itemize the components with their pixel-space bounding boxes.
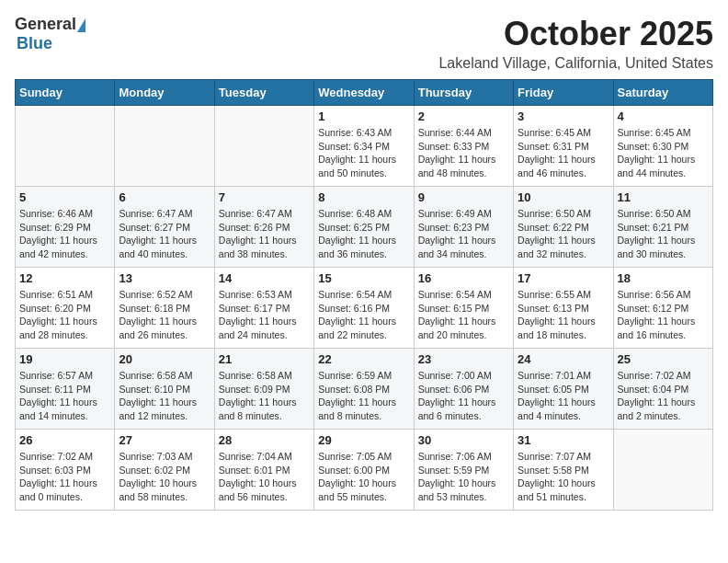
logo-blue: Blue bbox=[17, 34, 52, 53]
calendar-week-2: 5Sunrise: 6:46 AM Sunset: 6:29 PM Daylig… bbox=[16, 187, 713, 268]
calendar-cell bbox=[214, 106, 313, 187]
day-number: 17 bbox=[518, 271, 609, 285]
day-info: Sunrise: 6:54 AM Sunset: 6:15 PM Dayligh… bbox=[418, 288, 509, 342]
weekday-header-wednesday: Wednesday bbox=[314, 80, 414, 106]
calendar-cell bbox=[613, 430, 712, 511]
month-title: October 2025 bbox=[438, 15, 713, 53]
day-info: Sunrise: 6:57 AM Sunset: 6:11 PM Dayligh… bbox=[19, 369, 110, 423]
day-info: Sunrise: 6:58 AM Sunset: 6:09 PM Dayligh… bbox=[219, 369, 310, 423]
day-info: Sunrise: 6:47 AM Sunset: 6:26 PM Dayligh… bbox=[219, 207, 310, 261]
day-info: Sunrise: 6:43 AM Sunset: 6:34 PM Dayligh… bbox=[318, 126, 409, 180]
calendar-cell: 9Sunrise: 6:49 AM Sunset: 6:23 PM Daylig… bbox=[414, 187, 513, 268]
day-number: 13 bbox=[119, 271, 210, 285]
day-number: 6 bbox=[119, 190, 210, 204]
calendar-cell: 15Sunrise: 6:54 AM Sunset: 6:16 PM Dayli… bbox=[314, 268, 414, 349]
calendar-cell: 16Sunrise: 6:54 AM Sunset: 6:15 PM Dayli… bbox=[414, 268, 513, 349]
calendar-cell: 28Sunrise: 7:04 AM Sunset: 6:01 PM Dayli… bbox=[214, 430, 313, 511]
day-info: Sunrise: 6:44 AM Sunset: 6:33 PM Dayligh… bbox=[418, 126, 509, 180]
day-number: 5 bbox=[19, 190, 110, 204]
day-info: Sunrise: 6:48 AM Sunset: 6:25 PM Dayligh… bbox=[318, 207, 409, 261]
calendar-cell: 23Sunrise: 7:00 AM Sunset: 6:06 PM Dayli… bbox=[414, 349, 513, 430]
day-info: Sunrise: 6:45 AM Sunset: 6:31 PM Dayligh… bbox=[518, 126, 609, 180]
day-number: 12 bbox=[19, 271, 110, 285]
calendar-cell: 5Sunrise: 6:46 AM Sunset: 6:29 PM Daylig… bbox=[16, 187, 115, 268]
day-info: Sunrise: 6:53 AM Sunset: 6:17 PM Dayligh… bbox=[219, 288, 310, 342]
calendar-cell: 25Sunrise: 7:02 AM Sunset: 6:04 PM Dayli… bbox=[613, 349, 712, 430]
calendar-cell bbox=[115, 106, 214, 187]
day-info: Sunrise: 7:05 AM Sunset: 6:00 PM Dayligh… bbox=[318, 450, 409, 504]
calendar-week-1: 1Sunrise: 6:43 AM Sunset: 6:34 PM Daylig… bbox=[16, 106, 713, 187]
day-number: 18 bbox=[618, 271, 709, 285]
calendar-cell: 2Sunrise: 6:44 AM Sunset: 6:33 PM Daylig… bbox=[414, 106, 513, 187]
calendar-cell: 18Sunrise: 6:56 AM Sunset: 6:12 PM Dayli… bbox=[613, 268, 712, 349]
calendar-cell: 7Sunrise: 6:47 AM Sunset: 6:26 PM Daylig… bbox=[214, 187, 313, 268]
day-info: Sunrise: 7:03 AM Sunset: 6:02 PM Dayligh… bbox=[119, 450, 210, 504]
day-info: Sunrise: 7:02 AM Sunset: 6:04 PM Dayligh… bbox=[618, 369, 709, 423]
logo-general: General bbox=[15, 15, 86, 34]
calendar-cell: 14Sunrise: 6:53 AM Sunset: 6:17 PM Dayli… bbox=[214, 268, 313, 349]
calendar-cell: 3Sunrise: 6:45 AM Sunset: 6:31 PM Daylig… bbox=[514, 106, 613, 187]
weekday-header-friday: Friday bbox=[514, 80, 613, 106]
calendar-cell: 10Sunrise: 6:50 AM Sunset: 6:22 PM Dayli… bbox=[514, 187, 613, 268]
day-number: 10 bbox=[518, 190, 609, 204]
calendar-cell: 11Sunrise: 6:50 AM Sunset: 6:21 PM Dayli… bbox=[613, 187, 712, 268]
day-number: 20 bbox=[119, 352, 210, 366]
calendar-cell: 13Sunrise: 6:52 AM Sunset: 6:18 PM Dayli… bbox=[115, 268, 214, 349]
weekday-header-monday: Monday bbox=[115, 80, 214, 106]
calendar-cell: 1Sunrise: 6:43 AM Sunset: 6:34 PM Daylig… bbox=[314, 106, 414, 187]
day-info: Sunrise: 6:58 AM Sunset: 6:10 PM Dayligh… bbox=[119, 369, 210, 423]
weekday-header-thursday: Thursday bbox=[414, 80, 513, 106]
day-number: 19 bbox=[19, 352, 110, 366]
day-number: 9 bbox=[418, 190, 509, 204]
calendar-table: SundayMondayTuesdayWednesdayThursdayFrid… bbox=[15, 79, 713, 511]
calendar-week-3: 12Sunrise: 6:51 AM Sunset: 6:20 PM Dayli… bbox=[16, 268, 713, 349]
calendar-cell: 12Sunrise: 6:51 AM Sunset: 6:20 PM Dayli… bbox=[16, 268, 115, 349]
day-info: Sunrise: 6:47 AM Sunset: 6:27 PM Dayligh… bbox=[119, 207, 210, 261]
day-number: 25 bbox=[618, 352, 709, 366]
day-number: 4 bbox=[618, 109, 709, 123]
calendar-cell: 29Sunrise: 7:05 AM Sunset: 6:00 PM Dayli… bbox=[314, 430, 414, 511]
day-number: 2 bbox=[418, 109, 509, 123]
calendar-cell: 24Sunrise: 7:01 AM Sunset: 6:05 PM Dayli… bbox=[514, 349, 613, 430]
day-number: 8 bbox=[318, 190, 409, 204]
weekday-row: SundayMondayTuesdayWednesdayThursdayFrid… bbox=[16, 80, 713, 106]
day-number: 28 bbox=[219, 433, 310, 447]
day-number: 31 bbox=[518, 433, 609, 447]
day-info: Sunrise: 6:51 AM Sunset: 6:20 PM Dayligh… bbox=[19, 288, 110, 342]
day-info: Sunrise: 6:49 AM Sunset: 6:23 PM Dayligh… bbox=[418, 207, 509, 261]
day-info: Sunrise: 6:50 AM Sunset: 6:22 PM Dayligh… bbox=[518, 207, 609, 261]
day-info: Sunrise: 7:02 AM Sunset: 6:03 PM Dayligh… bbox=[19, 450, 110, 504]
page-header: General Blue October 2025 Lakeland Villa… bbox=[15, 15, 713, 72]
day-number: 30 bbox=[418, 433, 509, 447]
day-info: Sunrise: 6:56 AM Sunset: 6:12 PM Dayligh… bbox=[618, 288, 709, 342]
day-number: 1 bbox=[318, 109, 409, 123]
day-number: 22 bbox=[318, 352, 409, 366]
day-info: Sunrise: 6:55 AM Sunset: 6:13 PM Dayligh… bbox=[518, 288, 609, 342]
day-info: Sunrise: 6:52 AM Sunset: 6:18 PM Dayligh… bbox=[119, 288, 210, 342]
location-title: Lakeland Village, California, United Sta… bbox=[438, 55, 713, 72]
calendar-cell: 8Sunrise: 6:48 AM Sunset: 6:25 PM Daylig… bbox=[314, 187, 414, 268]
calendar-cell bbox=[16, 106, 115, 187]
calendar-cell: 30Sunrise: 7:06 AM Sunset: 5:59 PM Dayli… bbox=[414, 430, 513, 511]
day-info: Sunrise: 7:06 AM Sunset: 5:59 PM Dayligh… bbox=[418, 450, 509, 504]
calendar-header: SundayMondayTuesdayWednesdayThursdayFrid… bbox=[16, 80, 713, 106]
day-number: 24 bbox=[518, 352, 609, 366]
day-number: 11 bbox=[618, 190, 709, 204]
calendar-week-5: 26Sunrise: 7:02 AM Sunset: 6:03 PM Dayli… bbox=[16, 430, 713, 511]
day-number: 29 bbox=[318, 433, 409, 447]
day-number: 7 bbox=[219, 190, 310, 204]
day-number: 23 bbox=[418, 352, 509, 366]
calendar-cell: 17Sunrise: 6:55 AM Sunset: 6:13 PM Dayli… bbox=[514, 268, 613, 349]
calendar-week-4: 19Sunrise: 6:57 AM Sunset: 6:11 PM Dayli… bbox=[16, 349, 713, 430]
calendar-cell: 6Sunrise: 6:47 AM Sunset: 6:27 PM Daylig… bbox=[115, 187, 214, 268]
day-number: 3 bbox=[518, 109, 609, 123]
day-number: 27 bbox=[119, 433, 210, 447]
calendar-body: 1Sunrise: 6:43 AM Sunset: 6:34 PM Daylig… bbox=[16, 106, 713, 511]
calendar-cell: 20Sunrise: 6:58 AM Sunset: 6:10 PM Dayli… bbox=[115, 349, 214, 430]
day-info: Sunrise: 6:54 AM Sunset: 6:16 PM Dayligh… bbox=[318, 288, 409, 342]
day-info: Sunrise: 6:46 AM Sunset: 6:29 PM Dayligh… bbox=[19, 207, 110, 261]
title-block: October 2025 Lakeland Village, Californi… bbox=[438, 15, 713, 72]
calendar-cell: 31Sunrise: 7:07 AM Sunset: 5:58 PM Dayli… bbox=[514, 430, 613, 511]
day-info: Sunrise: 7:04 AM Sunset: 6:01 PM Dayligh… bbox=[219, 450, 310, 504]
calendar-cell: 22Sunrise: 6:59 AM Sunset: 6:08 PM Dayli… bbox=[314, 349, 414, 430]
